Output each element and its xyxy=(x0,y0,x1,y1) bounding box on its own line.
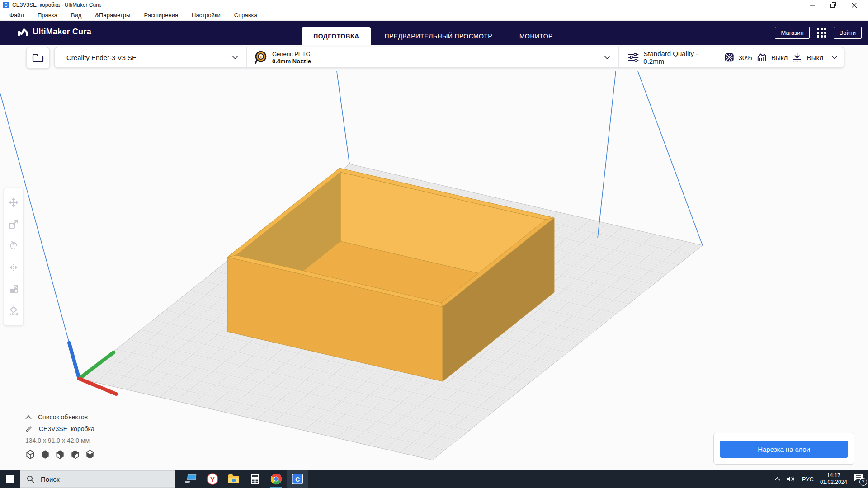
menu-extensions[interactable]: Расширения xyxy=(137,10,185,21)
object-dimensions: 134.0 x 91.0 x 42.0 мм xyxy=(25,437,95,444)
left-view-icon xyxy=(70,450,80,460)
folder-icon xyxy=(32,53,44,63)
scale-tool-button[interactable] xyxy=(5,216,22,232)
menu-view[interactable]: Вид xyxy=(64,10,89,21)
search-input[interactable] xyxy=(40,475,159,483)
adhesion-value: Выкл xyxy=(807,54,823,61)
action-center-button[interactable]: 2 xyxy=(854,473,865,485)
sliders-icon xyxy=(628,52,639,62)
support-blocker-button[interactable] xyxy=(5,303,22,319)
search-icon xyxy=(27,475,34,483)
move-tool-button[interactable] xyxy=(5,194,22,211)
slice-button[interactable]: Нарезка на слои xyxy=(720,441,848,458)
camera-view-buttons xyxy=(25,450,95,460)
window-title-bar: C CE3V3SE_коробка - UltiMaker Cura xyxy=(0,0,868,10)
scale-icon xyxy=(8,219,19,230)
infill-icon xyxy=(725,52,734,62)
taskbar-search[interactable] xyxy=(20,470,175,488)
pencil-icon xyxy=(25,425,33,432)
language-indicator[interactable]: РУС xyxy=(802,476,814,483)
print-settings-selector[interactable]: Standard Quality - 0.2mm 30% Выкл Выкл xyxy=(619,47,844,67)
taskbar-app-chrome[interactable] xyxy=(265,470,287,488)
windows-taskbar: Y xyxy=(0,470,868,488)
menu-settings-params[interactable]: &Параметры xyxy=(88,10,137,21)
chevron-up-icon xyxy=(25,415,32,419)
stage-tabs: ПОДГОТОВКА ПРЕДВАРИТЕЛЬНЫЙ ПРОСМОТР МОНИ… xyxy=(302,21,566,45)
chevron-down-icon xyxy=(604,56,610,59)
tool-panel xyxy=(4,188,24,326)
menu-edit[interactable]: Правка xyxy=(31,10,64,21)
close-icon xyxy=(852,3,857,8)
mirror-tool-button[interactable] xyxy=(5,259,22,276)
windows-logo-icon xyxy=(6,475,14,483)
taskbar-app-pc[interactable] xyxy=(180,470,202,488)
configuration-bar: Creality Ender-3 V3 SE 1 Generic PETG 0.… xyxy=(54,47,844,68)
view-top-button[interactable] xyxy=(55,450,65,460)
object-list-label: Список объектов xyxy=(38,413,88,421)
yandex-browser-icon: Y xyxy=(207,473,218,485)
tray-expand-icon[interactable] xyxy=(774,477,780,481)
menu-help[interactable]: Справка xyxy=(227,10,264,21)
menu-file[interactable]: Файл xyxy=(3,10,31,21)
chevron-down-icon xyxy=(232,56,238,59)
logo-text: UltiMaker Cura xyxy=(33,27,91,37)
support-blocker-icon xyxy=(8,305,19,316)
nozzle-size: 0.4mm Nozzle xyxy=(272,58,604,65)
adhesion-icon xyxy=(792,52,802,63)
menu-preferences[interactable]: Настройки xyxy=(185,10,227,21)
restore-icon xyxy=(830,2,836,8)
rotate-tool-button[interactable] xyxy=(5,238,22,254)
rotate-icon xyxy=(8,240,19,251)
minimize-button[interactable] xyxy=(802,0,823,10)
system-tray: РУС 14:17 01.02.2024 2 xyxy=(774,470,865,488)
window-title: CE3V3SE_коробка - UltiMaker Cura xyxy=(12,2,101,8)
printer-selector[interactable]: Creality Ender-3 V3 SE xyxy=(55,47,246,67)
volume-icon[interactable] xyxy=(787,475,796,483)
support-value: Выкл xyxy=(771,54,788,61)
printer-name: Creality Ender-3 V3 SE xyxy=(66,54,232,61)
tab-prepare[interactable]: ПОДГОТОВКА xyxy=(302,27,371,45)
object-list-item[interactable]: CE3V3SE_коробка xyxy=(25,425,95,432)
tab-preview[interactable]: ПРЕДВАРИТЕЛЬНЫЙ ПРОСМОТР xyxy=(371,27,506,45)
clock[interactable]: 14:17 01.02.2024 xyxy=(820,472,847,486)
slice-panel: Нарезка на слои xyxy=(713,433,854,465)
z-axis-indicator xyxy=(69,343,79,379)
view-front-button[interactable] xyxy=(40,450,50,460)
open-file-button[interactable] xyxy=(26,47,50,69)
svg-text:1: 1 xyxy=(259,55,262,59)
object-list-panel: Список объектов CE3V3SE_коробка 134.0 x … xyxy=(25,413,95,460)
view-right-button[interactable] xyxy=(85,450,95,460)
clock-date: 01.02.2024 xyxy=(820,479,847,486)
notification-badge: 2 xyxy=(859,478,867,486)
object-list-toggle[interactable]: Список объектов xyxy=(25,413,95,421)
chrome-icon xyxy=(270,473,282,485)
taskbar-app-file-explorer[interactable] xyxy=(223,470,244,488)
per-model-settings-button[interactable] xyxy=(5,281,22,297)
move-icon xyxy=(8,197,19,208)
sign-in-button[interactable]: Войти xyxy=(834,27,862,39)
cura-app-icon: C xyxy=(3,2,9,8)
marketplace-button[interactable]: Магазин xyxy=(775,27,809,39)
apps-grid-icon[interactable] xyxy=(817,28,826,38)
3d-viewport[interactable] xyxy=(0,68,868,470)
taskbar-app-cura[interactable]: C xyxy=(287,470,308,488)
chevron-down-icon xyxy=(831,56,838,59)
file-explorer-icon xyxy=(228,474,240,484)
material-selector[interactable]: 1 Generic PETG 0.4mm Nozzle xyxy=(247,47,618,67)
tab-monitor[interactable]: МОНИТОР xyxy=(506,27,566,45)
taskbar-app-calculator[interactable] xyxy=(244,470,265,488)
restore-button[interactable] xyxy=(823,0,844,10)
taskbar-app-yandex-browser[interactable]: Y xyxy=(202,470,223,488)
object-name: CE3V3SE_коробка xyxy=(39,425,94,432)
pc-icon xyxy=(185,474,197,484)
infill-value: 30% xyxy=(739,54,752,61)
menu-bar: Файл Правка Вид &Параметры Расширения На… xyxy=(0,10,868,21)
top-view-icon xyxy=(55,450,65,460)
close-button[interactable] xyxy=(844,0,864,10)
svg-text:C: C xyxy=(295,476,299,483)
ultimaker-mark-icon xyxy=(17,28,29,37)
start-button[interactable] xyxy=(0,470,20,488)
view-3d-button[interactable] xyxy=(25,450,35,460)
view-left-button[interactable] xyxy=(70,450,80,460)
front-view-icon xyxy=(40,450,50,460)
